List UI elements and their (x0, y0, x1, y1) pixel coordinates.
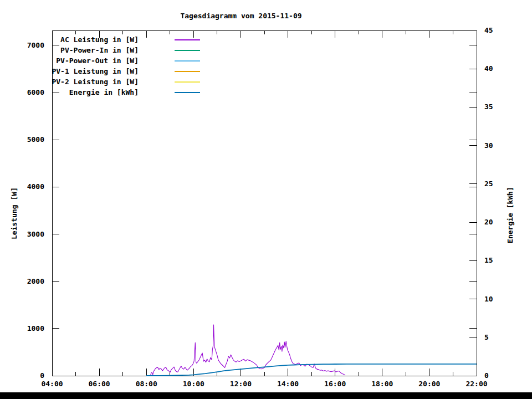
legend-item-pv1-leistung: PV-1 Leistung in [W] (11, 66, 200, 76)
legend-line-sample (175, 71, 200, 72)
y2-axis-tick-label: 35 (484, 103, 493, 111)
x-axis-tick-label: 20:00 (413, 380, 446, 388)
legend-label: PV-Power-Out in [W] (11, 57, 139, 65)
x-axis-tick-label: 06:00 (83, 380, 116, 388)
y2-axis-tick-label: 10 (484, 295, 493, 303)
y2-axis-tick-label: 0 (484, 372, 489, 380)
y2-axis-tick-label: 15 (484, 257, 493, 264)
y2-axis-tick-label: 40 (484, 65, 493, 73)
x-axis-tick-label: 14:00 (272, 380, 305, 388)
legend-item-ac-leistung: AC Leistung in [W] (11, 34, 200, 45)
x-axis-tick-label: 18:00 (366, 380, 399, 388)
y2-axis-tick-label: 5 (484, 334, 489, 341)
legend-item-pv2-leistung: PV-2 Leistung in [W] (11, 76, 200, 87)
y-axis-tick-label: 3000 (0, 231, 44, 238)
y-axis-tick-label: 2000 (0, 278, 44, 285)
y-axis-tick-label: 4000 (0, 183, 44, 191)
y-axis-tick-label: 5000 (0, 136, 44, 144)
y2-axis-tick-label: 20 (484, 218, 493, 226)
legend-line-sample (175, 92, 200, 93)
legend-item-energie: Energie in [kWh] (11, 87, 200, 98)
legend-label: Energie in [kWh] (11, 88, 139, 96)
legend-label: PV-1 Leistung in [W] (11, 67, 139, 75)
y2-axis-tick-label: 25 (484, 180, 493, 188)
legend-line-sample (175, 50, 200, 51)
legend-label: PV-2 Leistung in [W] (11, 78, 139, 86)
x-axis-tick-label: 22:00 (460, 380, 493, 388)
bottom-bar (0, 392, 532, 399)
y-axis-tick-label: 1000 (0, 325, 44, 332)
x-axis-tick-label: 12:00 (224, 380, 257, 388)
legend-item-pv-power-in: PV-Power-In in [W] (11, 45, 200, 55)
legend: AC Leistung in [W] PV-Power-In in [W] PV… (11, 34, 200, 98)
legend-line-sample (175, 81, 200, 83)
x-axis-tick-label: 16:00 (319, 380, 352, 388)
legend-item-pv-power-out: PV-Power-Out in [W] (11, 55, 200, 66)
legend-label: PV-Power-In in [W] (11, 46, 139, 54)
legend-line-sample (175, 60, 200, 62)
legend-line-sample (175, 39, 200, 40)
y2-axis-tick-label: 45 (484, 27, 493, 34)
legend-label: AC Leistung in [W] (11, 35, 139, 44)
x-axis-tick-label: 04:00 (35, 380, 69, 388)
y-axis-tick-label: 0 (0, 372, 44, 380)
x-axis-tick-label: 08:00 (130, 380, 163, 388)
y2-axis-tick-label: 30 (484, 142, 493, 150)
chart-window: Tagesdiagramm vom 2015-11-09 Leistung [W… (0, 0, 532, 399)
x-axis-tick-label: 10:00 (177, 380, 210, 388)
